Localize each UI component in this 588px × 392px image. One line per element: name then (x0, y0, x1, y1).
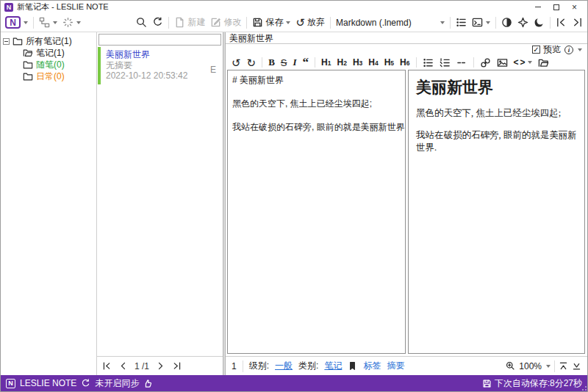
previous-page-button[interactable] (118, 361, 128, 371)
minimize-icon (535, 7, 541, 7)
collapse-left-panel-button[interactable] (556, 17, 567, 28)
divider (246, 17, 247, 29)
unordered-list-button[interactable] (423, 57, 434, 68)
divider (168, 17, 169, 29)
sidebar-item-label: 随笔(0) (36, 59, 65, 71)
scroll-to-top-button[interactable] (559, 361, 568, 371)
sidebar-item-label: 笔记(1) (36, 47, 65, 59)
info-button[interactable]: i (564, 46, 573, 54)
sidebar-item-daily[interactable]: 日常(0) (1, 70, 96, 82)
note-meta-bar: 1 级别: 一般 类别: 笔记 标签 摘要 100% (226, 356, 587, 375)
link-button[interactable] (480, 57, 491, 68)
moon-icon (534, 17, 545, 28)
format-selector[interactable]: Markdown (.lnemd) (336, 18, 445, 28)
note-title-input[interactable]: 美丽新世界 (226, 32, 587, 44)
tree-collapse-icon[interactable] (3, 38, 10, 45)
image-button[interactable] (497, 57, 508, 68)
editor-panes: # 美丽新世界 黑色的天空下, 焦土上已经尘埃四起; 我站在破损的石碑旁, 眼前… (226, 70, 587, 356)
ordered-list-button[interactable] (440, 57, 451, 68)
terminal-button[interactable] (472, 17, 490, 28)
outline-list-button[interactable] (456, 17, 467, 28)
preview-toggle[interactable]: ✓ 预览 (532, 43, 561, 56)
source-line (232, 86, 401, 98)
code-button[interactable]: <> (514, 57, 532, 68)
contrast-theme-button[interactable] (501, 17, 512, 28)
attachment-folder-button[interactable] (538, 57, 549, 68)
category-value-link[interactable]: 笔记 (324, 360, 342, 372)
next-page-button[interactable] (156, 361, 165, 371)
line-indicator: 1 (232, 361, 237, 371)
modify-note-button[interactable]: 修改 (210, 16, 241, 29)
divider (554, 360, 555, 372)
refresh-button[interactable] (152, 17, 163, 28)
heading4-button[interactable]: H4 (368, 57, 378, 68)
autosave-status: 下次自动保存:8分27秒 (482, 377, 582, 390)
sidebar-item-all-notes[interactable]: 所有笔记(1) (1, 35, 96, 47)
horizontal-rule-button[interactable] (456, 57, 467, 68)
app-icon: N (4, 3, 13, 12)
undo-button[interactable]: ↺ (232, 57, 241, 68)
divider (473, 57, 474, 68)
app-logo-icon: N (5, 16, 21, 29)
app-menu-button[interactable]: N (5, 16, 28, 29)
heading6-button[interactable]: H6 (400, 57, 409, 68)
note-list-item[interactable]: 美丽新世界 无摘要 2022-10-12 20:53:42 E (98, 47, 223, 84)
search-button[interactable] (136, 17, 147, 28)
note-item-flag: E (210, 65, 216, 75)
strikethrough-button[interactable]: S (281, 57, 287, 68)
chevron-down-icon (546, 365, 551, 368)
notelist-pagination: 1 /1 (97, 356, 223, 375)
minimize-button[interactable] (528, 1, 547, 12)
quick-actions-button[interactable] (62, 17, 81, 28)
preview-checkbox[interactable]: ✓ (532, 46, 540, 54)
blockquote-button[interactable]: “ (303, 58, 309, 67)
divider (262, 57, 262, 68)
divider (315, 57, 315, 68)
level-value-link[interactable]: 一般 (275, 360, 293, 372)
sparkle-burst-icon (62, 17, 74, 28)
pin-sparkle-button[interactable] (517, 17, 528, 28)
redo-button[interactable]: ↻ (247, 57, 257, 68)
close-button[interactable]: × (565, 1, 584, 12)
save-button[interactable]: 保存 (252, 16, 290, 29)
summary-link[interactable]: 摘要 (387, 360, 404, 372)
window-controls: × (528, 1, 584, 12)
autosave-text: 下次自动保存:8分27秒 (495, 377, 582, 390)
first-page-button[interactable] (102, 361, 112, 371)
sync-icon[interactable] (81, 379, 90, 388)
divider (330, 17, 331, 29)
markdown-toolbar: ↺ ↻ B S I “ H1 H2 H3 H4 H5 H6 (226, 55, 587, 70)
sidebar-item-essays[interactable]: 随笔(0) (1, 59, 96, 70)
sidebar-item-notes[interactable]: 笔记(1) (1, 47, 96, 59)
resize-grip[interactable] (581, 385, 587, 391)
org-tree-icon (39, 17, 50, 28)
markdown-source-editor[interactable]: # 美丽新世界 黑色的天空下, 焦土上已经尘埃四起; 我站在破损的石碑旁, 眼前… (227, 70, 406, 354)
bold-button[interactable]: B (268, 57, 275, 68)
dark-mode-button[interactable] (534, 17, 545, 28)
last-page-button[interactable] (172, 361, 182, 371)
zoom-in-icon[interactable] (506, 361, 515, 371)
discard-button[interactable]: ↺ 放弃 (295, 16, 325, 29)
heading2-button[interactable]: H2 (337, 57, 346, 68)
zoom-level: 100% (519, 361, 542, 371)
chevron-down-icon (53, 21, 57, 24)
italic-button[interactable]: I (293, 57, 297, 68)
heading1-button[interactable]: H1 (321, 57, 331, 68)
new-note-button[interactable]: 新建 (174, 16, 205, 29)
discard-label: 放弃 (307, 16, 325, 29)
source-line (232, 109, 401, 121)
chevron-down-icon (528, 61, 532, 64)
tags-link[interactable]: 标签 (363, 360, 381, 372)
maximize-button[interactable] (547, 1, 565, 12)
heading5-button[interactable]: H5 (384, 57, 394, 68)
collapse-right-panel-button[interactable] (572, 17, 583, 28)
thumbs-up-icon[interactable] (143, 379, 153, 388)
note-item-title: 美丽新世界 (106, 49, 217, 60)
new-document-icon (174, 17, 185, 28)
heading3-button[interactable]: H3 (353, 57, 362, 68)
notebook-structure-button[interactable] (39, 17, 57, 28)
notelist-filter-input[interactable] (98, 34, 221, 46)
statusbar-app-name: LESLIE NOTE (20, 378, 76, 388)
divider (243, 360, 243, 372)
scroll-to-bottom-button[interactable] (572, 361, 581, 371)
